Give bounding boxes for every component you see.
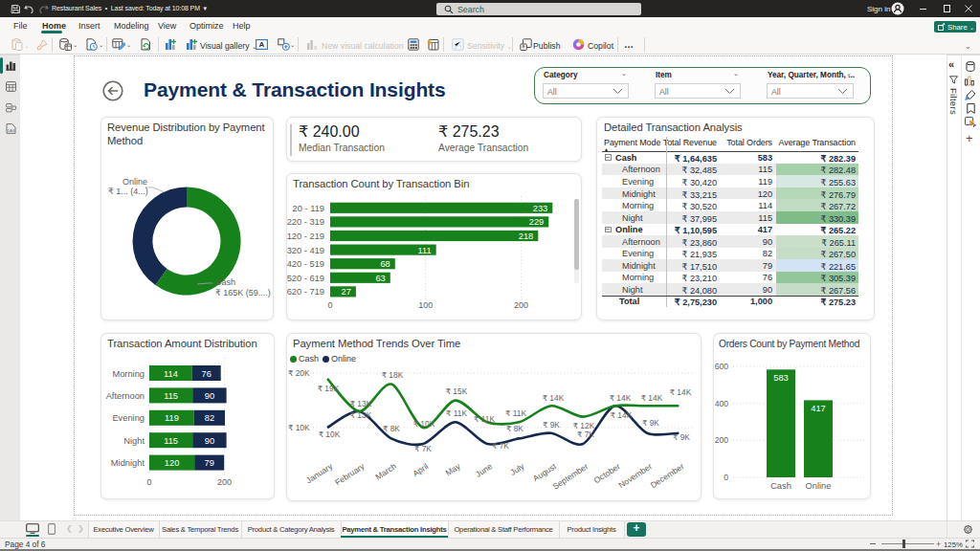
svg-text:417: 417 (811, 404, 826, 413)
svg-text:Cash: Cash (770, 481, 791, 491)
svg-text:Online: Online (806, 481, 832, 491)
svg-text:600: 600 (715, 362, 729, 371)
svg-text:583: 583 (773, 373, 789, 383)
svg-text:0: 0 (724, 473, 728, 482)
svg-text:400: 400 (715, 399, 729, 408)
svg-text:200: 200 (715, 435, 729, 445)
